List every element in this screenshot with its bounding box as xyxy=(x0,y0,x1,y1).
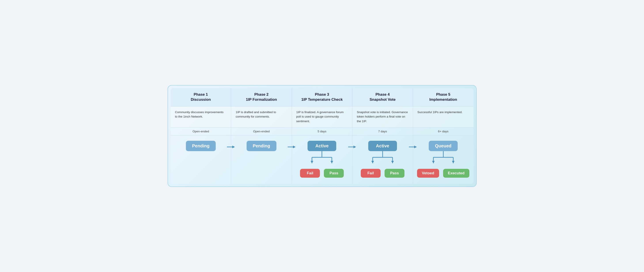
inter-arrow-1 xyxy=(288,145,296,149)
branch-labels-phase3: Fail Pass xyxy=(300,169,344,178)
header-phase2: Phase 21IP Formalization xyxy=(231,88,292,106)
flow-container-phase2: Pending xyxy=(235,141,288,151)
governance-table-container: Phase 1DiscussionPhase 21IP Formalizatio… xyxy=(168,85,477,187)
branch-svg-phase5 xyxy=(426,151,461,169)
svg-marker-17 xyxy=(391,161,394,163)
flow-phase5: Queued Vetoed Execute xyxy=(413,135,473,184)
svg-marker-3 xyxy=(293,146,296,148)
status-box-phase1: Pending xyxy=(186,141,216,151)
status-box-phase4: Active xyxy=(368,141,397,151)
flow-container-phase3: Active Fail Pass xyxy=(296,141,348,178)
flow-phase3: Active Fail Pass xyxy=(292,135,352,184)
inter-arrow-0 xyxy=(227,145,235,149)
duration-phase3: 5 days xyxy=(292,128,352,135)
header-phase1: Phase 1Discussion xyxy=(171,88,231,106)
desc-phase2: 1IP is drafted and submitted to communit… xyxy=(231,106,292,128)
svg-marker-1 xyxy=(232,146,235,148)
svg-marker-25 xyxy=(452,161,454,163)
flow-container-phase4: Active Fail Pass xyxy=(356,141,409,178)
svg-marker-8 xyxy=(311,161,313,163)
duration-phase4: 7 days xyxy=(352,128,413,135)
branch-labels-phase4: Fail Pass xyxy=(361,169,404,178)
desc-phase4: Snapshot vote is initiated. Governance t… xyxy=(352,106,413,128)
governance-phases-table: Phase 1DiscussionPhase 21IP Formalizatio… xyxy=(171,88,474,184)
svg-marker-9 xyxy=(330,161,333,163)
status-fail-phase4: Fail xyxy=(361,169,380,178)
flow-phase1: Pending xyxy=(171,135,231,184)
svg-marker-24 xyxy=(432,161,435,163)
duration-phase5: 6+ days xyxy=(413,128,473,135)
header-phase5: Phase 5Implementation xyxy=(413,88,473,106)
header-phase4: Phase 4Snapshot Vote xyxy=(352,88,413,106)
status-fail-phase3: Fail xyxy=(300,169,320,178)
header-phase3: Phase 31IP Temperature Check xyxy=(292,88,352,106)
status-pass-phase5: Executed xyxy=(443,169,470,178)
status-pass-phase4: Pass xyxy=(384,169,404,178)
status-box-phase3: Active xyxy=(308,141,336,151)
inter-arrow-3 xyxy=(409,145,417,149)
svg-marker-19 xyxy=(414,146,417,148)
svg-marker-16 xyxy=(371,161,374,163)
status-box-phase2: Pending xyxy=(246,141,276,151)
desc-phase5: Successful 1IPs are implemented. xyxy=(413,106,473,128)
status-box-phase5: Queued xyxy=(429,141,458,151)
flow-container-phase5: Queued Vetoed Execute xyxy=(416,141,470,178)
desc-phase3: 1IP is finalized. A governance forum pol… xyxy=(292,106,352,128)
flow-phase2: Pending xyxy=(231,135,292,184)
status-pass-phase3: Pass xyxy=(324,169,344,178)
inter-arrow-2 xyxy=(348,145,356,149)
branch-labels-phase5: Vetoed Executed xyxy=(417,169,469,178)
branch-svg-phase4 xyxy=(365,151,400,169)
flow-phase4: Active Fail Pass xyxy=(352,135,413,184)
branch-svg-phase3 xyxy=(304,151,340,169)
duration-phase2: Open-ended xyxy=(231,128,292,135)
status-fail-phase5: Vetoed xyxy=(417,169,439,178)
desc-phase1: Community discusses improvements to the … xyxy=(171,106,231,128)
svg-marker-11 xyxy=(354,146,356,148)
flow-container-phase1: Pending xyxy=(174,141,228,151)
duration-phase1: Open-ended xyxy=(171,128,231,135)
